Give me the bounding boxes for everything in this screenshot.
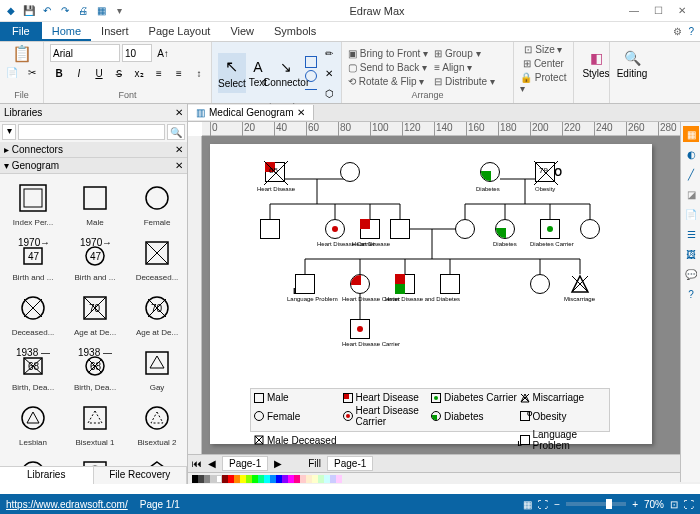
rail-format-icon[interactable]: ▦	[683, 126, 699, 142]
pencil-icon[interactable]: ✏	[320, 44, 338, 62]
rail-layer-icon[interactable]: ☰	[683, 226, 699, 242]
save-icon[interactable]: 💾	[22, 4, 36, 18]
circle-shape-icon[interactable]	[305, 70, 317, 82]
home-menu[interactable]: Home	[42, 22, 91, 41]
shape-birth-death-1[interactable]: 1938 — 200668Birth, Dea...	[4, 343, 62, 394]
rail-comment-icon[interactable]: 💬	[683, 266, 699, 282]
cut-icon[interactable]: ✂	[23, 63, 41, 81]
spacing-icon[interactable]: ↕	[190, 64, 208, 82]
search-button[interactable]: 🔍	[167, 124, 185, 140]
close-icon[interactable]: ✕	[676, 5, 688, 17]
symbols-menu[interactable]: Symbols	[264, 22, 326, 41]
shape-transgen-1[interactable]: Transgen...	[4, 453, 62, 466]
bring-front-button[interactable]: ▣ Bring to Front ▾	[348, 48, 428, 59]
zoom-in-icon[interactable]: +	[632, 499, 638, 510]
italic-button[interactable]: I	[70, 64, 88, 82]
shape-institution[interactable]: Institution	[128, 453, 186, 466]
shape-transgen-2[interactable]: Transgen...	[66, 453, 124, 466]
group-button[interactable]: ⊞ Group ▾	[434, 48, 495, 59]
qat-dropdown-icon[interactable]: ▾	[112, 4, 126, 18]
anchor-icon[interactable]: ⬡	[320, 84, 338, 102]
canvas[interactable]: 65Heart Disease Diabetes 79OObesity Hear…	[202, 136, 700, 454]
shape-male[interactable]: Male	[66, 178, 124, 229]
shape-deceased-1[interactable]: Deceased...	[128, 233, 186, 284]
shape-age-death-2[interactable]: 70Age at De...	[128, 288, 186, 339]
line-shape-icon[interactable]	[305, 89, 317, 91]
minimize-icon[interactable]: —	[628, 5, 640, 17]
rail-shadow-icon[interactable]: ◪	[683, 186, 699, 202]
export-icon[interactable]: ▦	[94, 4, 108, 18]
undo-icon[interactable]: ↶	[40, 4, 54, 18]
settings-icon[interactable]: ⚙	[673, 26, 682, 37]
shape-gay[interactable]: Gay	[128, 343, 186, 394]
rail-line-icon[interactable]: ╱	[683, 166, 699, 182]
align-button[interactable]: ≡ Align ▾	[434, 62, 495, 73]
app-icon[interactable]: ◆	[4, 4, 18, 18]
redo-icon[interactable]: ↷	[58, 4, 72, 18]
insert-menu[interactable]: Insert	[91, 22, 139, 41]
view-menu[interactable]: View	[220, 22, 264, 41]
page-tab[interactable]: Page-1	[222, 456, 268, 471]
editing-button[interactable]: 🔍Editing	[616, 44, 648, 84]
align-icon[interactable]: ≡	[170, 64, 188, 82]
shape-birth-1[interactable]: 1970→47Birth and ...	[4, 233, 62, 284]
shape-birth-death-2[interactable]: 1938 — 200668Birth, Dea...	[66, 343, 124, 394]
rail-page-icon[interactable]: 📄	[683, 206, 699, 222]
rotate-button[interactable]: ⟲ Rotate & Flip ▾	[348, 76, 428, 87]
protect-button[interactable]: 🔒 Protect ▾	[520, 72, 567, 94]
paste-icon[interactable]: 📋	[13, 44, 31, 62]
font-grow-icon[interactable]: A↑	[154, 44, 172, 62]
send-back-button[interactable]: ▢ Send to Back ▾	[348, 62, 428, 73]
shape-age-death-1[interactable]: 70Age at De...	[66, 288, 124, 339]
search-input[interactable]	[18, 124, 165, 140]
help-icon[interactable]: ?	[688, 26, 694, 37]
file-menu[interactable]: File	[0, 22, 42, 41]
connectors-section[interactable]: ▸ Connectors✕	[0, 142, 187, 158]
distribute-button[interactable]: ⊟ Distribute ▾	[434, 76, 495, 87]
select-tool[interactable]: ↖Select	[218, 53, 246, 93]
add-page-icon[interactable]: ▶	[274, 458, 282, 469]
underline-button[interactable]: U	[90, 64, 108, 82]
page-layout-menu[interactable]: Page Layout	[139, 22, 221, 41]
libraries-tab[interactable]: Libraries	[0, 467, 94, 484]
genogram-section[interactable]: ▾ Genogram✕	[0, 158, 187, 174]
close-doc-icon[interactable]: ✕	[297, 107, 305, 118]
shape-lesbian[interactable]: Lesbian	[4, 398, 62, 449]
size-button[interactable]: ⊡ Size ▾	[524, 44, 562, 55]
copy-icon[interactable]: 📄	[3, 63, 21, 81]
zoom-slider[interactable]	[566, 502, 626, 506]
close-panel-icon[interactable]: ✕	[175, 107, 183, 118]
rail-fill-icon[interactable]: ◐	[683, 146, 699, 162]
print-icon[interactable]: 🖨	[76, 4, 90, 18]
file-recovery-tab[interactable]: File Recovery	[94, 467, 188, 484]
zoom-fit-icon[interactable]: ⊡	[670, 499, 678, 510]
bullets-icon[interactable]: ≡	[150, 64, 168, 82]
zoom-out-icon[interactable]: −	[554, 499, 560, 510]
color-bar[interactable]	[188, 472, 700, 484]
shape-bisexual-2[interactable]: Bisextual 2	[128, 398, 186, 449]
bold-button[interactable]: B	[50, 64, 68, 82]
shape-birth-2[interactable]: 1970→47Birth and ...	[66, 233, 124, 284]
shape-bisexual-1[interactable]: Bisextual 1	[66, 398, 124, 449]
connector-tool[interactable]: ↘Connector	[270, 53, 302, 93]
shape-female[interactable]: Female	[128, 178, 186, 229]
view-full-icon[interactable]: ⛶	[538, 499, 548, 510]
font-family-select[interactable]	[50, 44, 120, 62]
document-tab[interactable]: ▥ Medical Genogram ✕	[188, 105, 314, 120]
fullscreen-icon[interactable]: ⛶	[684, 499, 694, 510]
first-page-icon[interactable]: ⏮	[192, 458, 202, 469]
page[interactable]: 65Heart Disease Diabetes 79OObesity Hear…	[210, 144, 652, 444]
font-size-select[interactable]	[122, 44, 152, 62]
strike-icon[interactable]: S̶	[110, 64, 128, 82]
subscript-icon[interactable]: x₂	[130, 64, 148, 82]
crop-icon[interactable]: ✕	[320, 64, 338, 82]
status-url[interactable]: https://www.edrawsoft.com/	[6, 499, 128, 510]
rail-help-icon[interactable]: ?	[683, 286, 699, 302]
shape-index-person[interactable]: Index Per...	[4, 178, 62, 229]
view-grid-icon[interactable]: ▦	[523, 499, 532, 510]
rect-shape-icon[interactable]	[305, 56, 317, 68]
maximize-icon[interactable]: ☐	[652, 5, 664, 17]
shape-deceased-2[interactable]: Deceased...	[4, 288, 62, 339]
library-dropdown-icon[interactable]: ▾	[2, 124, 16, 140]
prev-page-icon[interactable]: ◀	[208, 458, 216, 469]
